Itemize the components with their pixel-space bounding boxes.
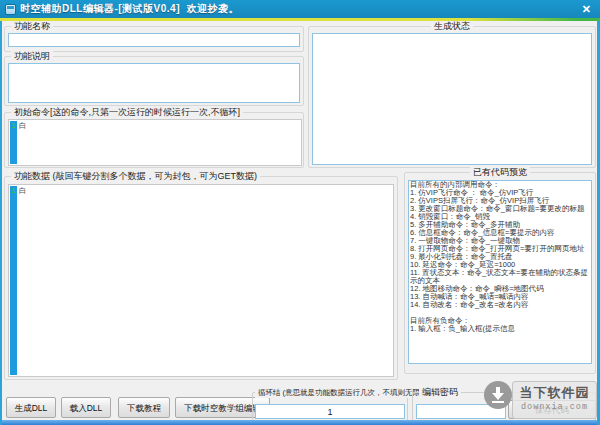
generate-status-listbox[interactable] (312, 33, 592, 165)
init-command-editor[interactable]: 1 白 (8, 119, 302, 166)
init-editor-marker: 白 (19, 121, 27, 130)
titlebar-accent-line (0, 18, 600, 21)
function-name-label: 功能名称 (11, 21, 53, 32)
code-preview-label: 已有代码预览 (470, 167, 530, 178)
function-data-label: 功能数据 (敲回车键分割多个数据，可为封包，可为GET数据) (11, 171, 260, 182)
watermark-badge: 当下软件园 downxia.com (512, 381, 597, 419)
data-editor-gutter (10, 186, 17, 375)
loop-count-input[interactable] (255, 404, 405, 419)
app-window: 时空辅助DLL编辑器-[测试版V0.4] 欢迎抄袭。 ✕ 功能名称 功能说明 初… (0, 0, 600, 425)
load-dll-button[interactable]: 载入DLL (61, 397, 111, 418)
function-name-input[interactable] (8, 33, 300, 47)
data-editor-line-number: 1 (10, 186, 17, 195)
app-icon (5, 4, 16, 15)
function-desc-group: 功能说明 (4, 56, 304, 106)
init-editor-line-number: 1 (10, 121, 17, 130)
function-name-group: 功能名称 (4, 26, 304, 52)
watermark-domain: downxia.com (513, 402, 596, 412)
generate-status-label: 生成状态 (431, 21, 473, 32)
function-desc-label: 功能说明 (11, 51, 53, 62)
function-data-group: 功能数据 (敲回车键分割多个数据，可为封包，可为GET数据) 1 白 (4, 176, 398, 380)
loop-count-label: 循环结 (意思就是功能数据运行几次，不填则无限) (255, 387, 426, 398)
loop-count-group: 循环结 (意思就是功能数据运行几次，不填则无限) (252, 392, 408, 421)
init-command-group: 初始命令[这的命令,只第一次运行的时候运行一次,不循环] 1 白 (4, 112, 304, 168)
generate-status-group: 生成状态 (308, 26, 596, 168)
generate-dll-button[interactable]: 生成DLL (6, 397, 56, 418)
download-tutorial-button[interactable]: 下载教程 (118, 397, 170, 418)
code-preview-line: 14. 自动改名：命令_改名=改名内容 (409, 301, 591, 309)
close-icon[interactable]: ✕ (582, 1, 591, 17)
window-title: 时空辅助DLL编辑器-[测试版V0.4] 欢迎抄袭。 (20, 2, 239, 16)
code-preview-line: 11. 置状态文本：命令_状态文本=要在辅助的状态条提示的文本 (409, 269, 591, 285)
window-border-left (0, 21, 2, 425)
down-arrow-icon (491, 387, 505, 403)
edit-password-label: 编辑密码 (419, 387, 461, 398)
code-preview-line: 1. 输入框：负_输入框(提示信息 (409, 325, 591, 333)
window-border-bottom (0, 420, 600, 425)
init-command-label: 初始命令[这的命令,只第一次运行的时候运行一次,不循环] (11, 107, 243, 118)
function-desc-textarea[interactable] (8, 63, 300, 103)
watermark-download-icon (484, 381, 512, 409)
watermark-site-name: 当下软件园 (513, 384, 596, 402)
function-data-editor[interactable]: 1 白 (8, 184, 394, 377)
titlebar[interactable]: 时空辅助DLL编辑器-[测试版V0.4] 欢迎抄袭。 ✕ (0, 0, 600, 18)
data-editor-marker: 白 (19, 186, 27, 195)
code-preview-listbox[interactable]: 目前所有的内部调用命令：1. 仿VIP飞行命令 ： 命令_仿VIP飞行2. 仿V… (408, 180, 592, 364)
code-preview-group: 已有代码预览 目前所有的内部调用命令：1. 仿VIP飞行命令 ： 命令_仿VIP… (404, 172, 596, 374)
